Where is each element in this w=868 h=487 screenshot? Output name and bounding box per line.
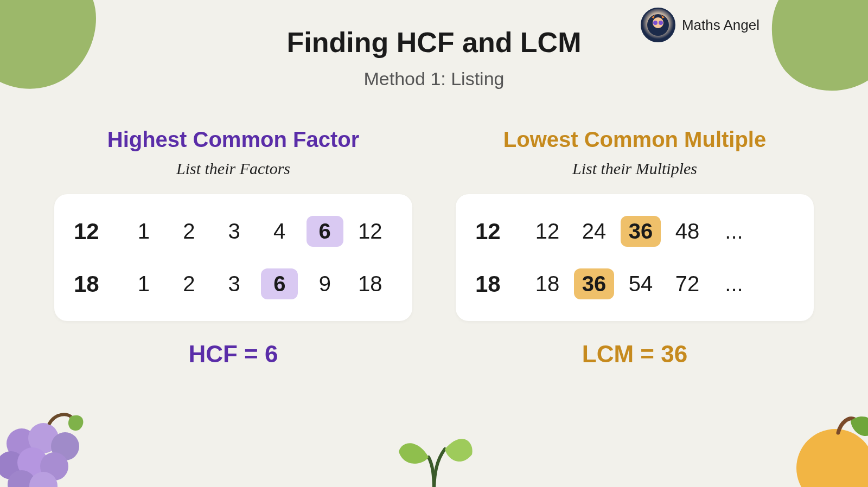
hcf-subheading: List their Factors — [54, 159, 412, 178]
factor-cell: 1 — [121, 219, 166, 244]
factor-cell: 3 — [212, 272, 257, 296]
lcm-card: 12 12 24 36 48 ... 18 18 36 54 72 ... — [456, 194, 814, 321]
factor-cell: 2 — [167, 219, 212, 244]
multiple-cell: 24 — [571, 219, 617, 244]
sprout-icon — [391, 427, 477, 487]
factor-cell: 2 — [167, 272, 212, 296]
logo-icon — [641, 8, 675, 42]
hcf-card: 12 1 2 3 4 6 12 18 1 2 3 6 9 18 — [54, 194, 412, 321]
lcm-row-lead: 12 — [475, 219, 524, 245]
hcf-row-12: 12 1 2 3 4 6 12 — [74, 209, 393, 253]
factor-cell: 4 — [257, 219, 302, 244]
hcf-row-lead: 12 — [74, 219, 121, 245]
lcm-result: LCM = 36 — [456, 341, 814, 368]
lcm-row-18: 18 18 36 54 72 ... — [475, 262, 794, 306]
svg-point-12 — [796, 429, 868, 487]
decor-blob-top-right — [760, 0, 868, 98]
hcf-row-18: 18 1 2 3 6 9 18 — [74, 262, 393, 306]
hcf-column: Highest Common Factor List their Factors… — [54, 127, 412, 368]
lcm-column: Lowest Common Multiple List their Multip… — [456, 127, 814, 368]
lcm-subheading: List their Multiples — [456, 159, 814, 178]
multiple-cell-highlight: 36 — [574, 268, 614, 299]
factor-cell: 3 — [212, 219, 257, 244]
brand-logo: Maths Angel — [641, 8, 760, 42]
multiple-cell: ... — [711, 272, 757, 296]
multiple-cell: 18 — [524, 272, 571, 296]
factor-cell-highlight: 6 — [261, 268, 298, 299]
hcf-heading: Highest Common Factor — [54, 127, 412, 152]
factor-cell: 12 — [348, 219, 393, 244]
decor-blob-top-left — [0, 0, 108, 98]
lcm-heading: Lowest Common Multiple — [456, 127, 814, 152]
lcm-row-12: 12 12 24 36 48 ... — [475, 209, 794, 253]
grapes-icon — [0, 406, 98, 487]
factor-cell: 18 — [348, 272, 393, 296]
svg-point-3 — [659, 21, 663, 25]
hcf-row-lead: 18 — [74, 271, 121, 297]
factor-cell: 9 — [302, 272, 347, 296]
orange-icon — [787, 411, 868, 487]
multiple-cell: 54 — [617, 272, 664, 296]
svg-point-2 — [653, 21, 658, 25]
page-subtitle: Method 1: Listing — [0, 68, 868, 89]
brand-name: Maths Angel — [682, 17, 760, 34]
multiple-cell: 12 — [524, 219, 571, 244]
factor-cell-highlight: 6 — [307, 216, 343, 247]
hcf-result: HCF = 6 — [54, 341, 412, 368]
multiple-cell: 48 — [664, 219, 711, 244]
multiple-cell: ... — [711, 219, 757, 244]
multiple-cell-highlight: 36 — [621, 216, 661, 247]
factor-cell: 1 — [121, 272, 166, 296]
multiple-cell: 72 — [664, 272, 711, 296]
lcm-row-lead: 18 — [475, 271, 524, 297]
